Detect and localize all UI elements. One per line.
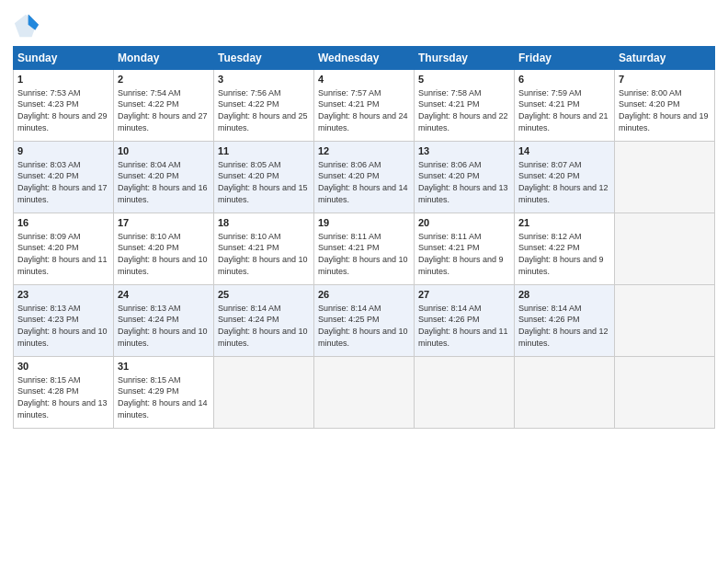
calendar-cell bbox=[314, 357, 415, 429]
week-row-3: 16 Sunrise: 8:09 AMSunset: 4:20 PMDaylig… bbox=[14, 213, 715, 285]
day-number: 7 bbox=[619, 73, 711, 86]
day-number: 14 bbox=[518, 144, 610, 158]
calendar-cell: 11 Sunrise: 8:05 AMSunset: 4:20 PMDaylig… bbox=[214, 142, 314, 213]
calendar-cell bbox=[615, 213, 715, 285]
cell-content: Sunrise: 8:11 AMSunset: 4:21 PMDaylight:… bbox=[418, 232, 504, 276]
day-number: 30 bbox=[17, 360, 109, 373]
day-number: 20 bbox=[418, 216, 510, 230]
calendar-cell: 27 Sunrise: 8:14 AMSunset: 4:26 PMDaylig… bbox=[415, 285, 515, 357]
cell-content: Sunrise: 7:59 AMSunset: 4:21 PMDaylight:… bbox=[518, 88, 609, 132]
cell-content: Sunrise: 7:53 AMSunset: 4:23 PMDaylight:… bbox=[17, 88, 108, 132]
cell-content: Sunrise: 8:09 AMSunset: 4:20 PMDaylight:… bbox=[17, 232, 108, 276]
calendar-cell: 25 Sunrise: 8:14 AMSunset: 4:24 PMDaylig… bbox=[214, 285, 314, 357]
calendar-cell: 7 Sunrise: 8:00 AMSunset: 4:20 PMDayligh… bbox=[615, 70, 715, 142]
day-number: 27 bbox=[418, 288, 510, 302]
day-number: 26 bbox=[318, 288, 410, 302]
calendar-cell bbox=[615, 142, 715, 213]
day-number: 5 bbox=[418, 73, 510, 86]
cell-content: Sunrise: 8:06 AMSunset: 4:20 PMDaylight:… bbox=[318, 160, 408, 204]
week-row-2: 9 Sunrise: 8:03 AMSunset: 4:20 PMDayligh… bbox=[14, 142, 715, 213]
calendar-cell: 4 Sunrise: 7:57 AMSunset: 4:21 PMDayligh… bbox=[314, 70, 415, 142]
logo bbox=[13, 13, 40, 39]
calendar-cell bbox=[615, 285, 715, 357]
day-number: 11 bbox=[218, 144, 310, 158]
weekday-header-friday: Friday bbox=[515, 47, 615, 70]
calendar-cell: 5 Sunrise: 7:58 AMSunset: 4:21 PMDayligh… bbox=[415, 70, 515, 142]
weekday-header-wednesday: Wednesday bbox=[314, 47, 415, 70]
calendar-cell: 31 Sunrise: 8:15 AMSunset: 4:29 PMDaylig… bbox=[114, 357, 214, 429]
calendar-cell: 21 Sunrise: 8:12 AMSunset: 4:22 PMDaylig… bbox=[515, 213, 615, 285]
week-row-1: 1 Sunrise: 7:53 AMSunset: 4:23 PMDayligh… bbox=[14, 70, 715, 142]
calendar-cell: 1 Sunrise: 7:53 AMSunset: 4:23 PMDayligh… bbox=[14, 70, 114, 142]
weekday-header-row: SundayMondayTuesdayWednesdayThursdayFrid… bbox=[14, 47, 715, 70]
weekday-header-thursday: Thursday bbox=[415, 47, 515, 70]
day-number: 6 bbox=[518, 73, 610, 86]
weekday-header-tuesday: Tuesday bbox=[214, 47, 314, 70]
day-number: 9 bbox=[17, 144, 109, 158]
day-number: 16 bbox=[17, 216, 109, 230]
day-number: 2 bbox=[118, 73, 210, 86]
cell-content: Sunrise: 8:15 AMSunset: 4:28 PMDaylight:… bbox=[17, 375, 108, 419]
calendar-cell bbox=[214, 357, 314, 429]
cell-content: Sunrise: 8:13 AMSunset: 4:24 PMDaylight:… bbox=[118, 304, 208, 348]
day-number: 17 bbox=[118, 216, 210, 230]
logo-icon bbox=[13, 13, 39, 39]
calendar-cell: 23 Sunrise: 8:13 AMSunset: 4:23 PMDaylig… bbox=[14, 285, 114, 357]
calendar-cell bbox=[415, 357, 515, 429]
day-number: 21 bbox=[518, 216, 610, 230]
calendar-cell: 9 Sunrise: 8:03 AMSunset: 4:20 PMDayligh… bbox=[14, 142, 114, 213]
cell-content: Sunrise: 8:10 AMSunset: 4:21 PMDaylight:… bbox=[218, 232, 308, 276]
cell-content: Sunrise: 8:14 AMSunset: 4:24 PMDaylight:… bbox=[218, 304, 308, 348]
weekday-header-saturday: Saturday bbox=[615, 47, 715, 70]
cell-content: Sunrise: 8:00 AMSunset: 4:20 PMDaylight:… bbox=[619, 88, 709, 132]
cell-content: Sunrise: 8:10 AMSunset: 4:20 PMDaylight:… bbox=[118, 232, 208, 276]
calendar-cell: 26 Sunrise: 8:14 AMSunset: 4:25 PMDaylig… bbox=[314, 285, 415, 357]
cell-content: Sunrise: 8:06 AMSunset: 4:20 PMDaylight:… bbox=[418, 160, 508, 204]
week-row-4: 23 Sunrise: 8:13 AMSunset: 4:23 PMDaylig… bbox=[14, 285, 715, 357]
calendar-cell: 18 Sunrise: 8:10 AMSunset: 4:21 PMDaylig… bbox=[214, 213, 314, 285]
page-container: SundayMondayTuesdayWednesdayThursdayFrid… bbox=[0, 0, 728, 438]
day-number: 13 bbox=[418, 144, 510, 158]
cell-content: Sunrise: 7:56 AMSunset: 4:22 PMDaylight:… bbox=[218, 88, 308, 132]
calendar-cell: 12 Sunrise: 8:06 AMSunset: 4:20 PMDaylig… bbox=[314, 142, 415, 213]
day-number: 10 bbox=[118, 144, 210, 158]
day-number: 24 bbox=[118, 288, 210, 302]
calendar-cell bbox=[615, 357, 715, 429]
day-number: 4 bbox=[318, 73, 410, 86]
cell-content: Sunrise: 8:13 AMSunset: 4:23 PMDaylight:… bbox=[17, 304, 108, 348]
day-number: 12 bbox=[318, 144, 410, 158]
calendar-cell: 17 Sunrise: 8:10 AMSunset: 4:20 PMDaylig… bbox=[114, 213, 214, 285]
calendar-cell: 14 Sunrise: 8:07 AMSunset: 4:20 PMDaylig… bbox=[515, 142, 615, 213]
day-number: 23 bbox=[17, 288, 109, 302]
weekday-header-sunday: Sunday bbox=[14, 47, 114, 70]
cell-content: Sunrise: 8:14 AMSunset: 4:25 PMDaylight:… bbox=[318, 304, 408, 348]
cell-content: Sunrise: 7:57 AMSunset: 4:21 PMDaylight:… bbox=[318, 88, 408, 132]
calendar-cell: 16 Sunrise: 8:09 AMSunset: 4:20 PMDaylig… bbox=[14, 213, 114, 285]
cell-content: Sunrise: 8:14 AMSunset: 4:26 PMDaylight:… bbox=[518, 304, 609, 348]
calendar-cell bbox=[515, 357, 615, 429]
calendar-cell: 19 Sunrise: 8:11 AMSunset: 4:21 PMDaylig… bbox=[314, 213, 415, 285]
calendar-cell: 20 Sunrise: 8:11 AMSunset: 4:21 PMDaylig… bbox=[415, 213, 515, 285]
week-row-5: 30 Sunrise: 8:15 AMSunset: 4:28 PMDaylig… bbox=[14, 357, 715, 429]
calendar-cell: 6 Sunrise: 7:59 AMSunset: 4:21 PMDayligh… bbox=[515, 70, 615, 142]
calendar-cell: 24 Sunrise: 8:13 AMSunset: 4:24 PMDaylig… bbox=[114, 285, 214, 357]
cell-content: Sunrise: 8:12 AMSunset: 4:22 PMDaylight:… bbox=[518, 232, 604, 276]
cell-content: Sunrise: 8:05 AMSunset: 4:20 PMDaylight:… bbox=[218, 160, 308, 204]
day-number: 28 bbox=[518, 288, 610, 302]
cell-content: Sunrise: 8:04 AMSunset: 4:20 PMDaylight:… bbox=[118, 160, 208, 204]
calendar-cell: 28 Sunrise: 8:14 AMSunset: 4:26 PMDaylig… bbox=[515, 285, 615, 357]
day-number: 19 bbox=[318, 216, 410, 230]
calendar-cell: 13 Sunrise: 8:06 AMSunset: 4:20 PMDaylig… bbox=[415, 142, 515, 213]
weekday-header-monday: Monday bbox=[114, 47, 214, 70]
cell-content: Sunrise: 8:11 AMSunset: 4:21 PMDaylight:… bbox=[318, 232, 408, 276]
cell-content: Sunrise: 8:15 AMSunset: 4:29 PMDaylight:… bbox=[118, 375, 208, 419]
day-number: 1 bbox=[17, 73, 109, 86]
day-number: 18 bbox=[218, 216, 310, 230]
calendar-cell: 30 Sunrise: 8:15 AMSunset: 4:28 PMDaylig… bbox=[14, 357, 114, 429]
day-number: 3 bbox=[218, 73, 310, 86]
cell-content: Sunrise: 7:58 AMSunset: 4:21 PMDaylight:… bbox=[418, 88, 508, 132]
cell-content: Sunrise: 7:54 AMSunset: 4:22 PMDaylight:… bbox=[118, 88, 208, 132]
calendar-cell: 3 Sunrise: 7:56 AMSunset: 4:22 PMDayligh… bbox=[214, 70, 314, 142]
cell-content: Sunrise: 8:07 AMSunset: 4:20 PMDaylight:… bbox=[518, 160, 609, 204]
day-number: 25 bbox=[218, 288, 310, 302]
